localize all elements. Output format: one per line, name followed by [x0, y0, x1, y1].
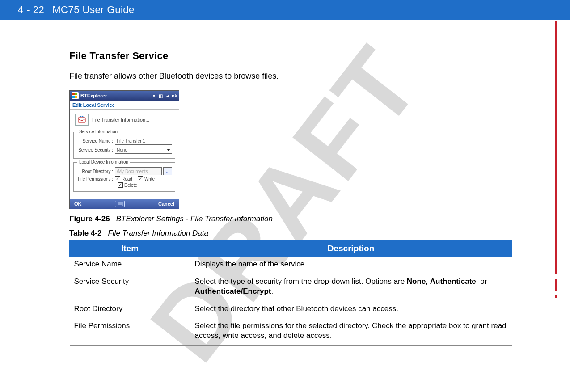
- service-security-select[interactable]: None: [115, 146, 172, 154]
- checkbox-icon: ✓: [115, 176, 120, 181]
- checkbox-label: Read: [122, 177, 132, 181]
- keyboard-icon[interactable]: [115, 201, 125, 207]
- root-directory-input[interactable]: \My Documents: [115, 167, 162, 175]
- change-bar: [555, 21, 557, 298]
- embedded-screenshot: BTExplorer ▾ ◧ ◂ ok Edit Local Service F…: [69, 90, 179, 209]
- col-header-item: Item: [70, 241, 190, 257]
- service-name-label: Service Name :: [76, 139, 115, 143]
- cancel-button[interactable]: Cancel: [158, 201, 174, 207]
- delete-checkbox[interactable]: ✓ Delete: [118, 182, 137, 188]
- table-row: File Permissions Select the file permiss…: [70, 318, 512, 346]
- titlebar-ok-button[interactable]: ok: [172, 93, 177, 98]
- window-titlebar: BTExplorer ▾ ◧ ◂ ok: [70, 91, 179, 101]
- window-subheader: Edit Local Service: [70, 101, 179, 110]
- window-title: BTExplorer: [80, 93, 149, 98]
- page: 4 - 22 MC75 User Guide DRAFT File Transf…: [0, 0, 570, 392]
- page-header: 4 - 22 MC75 User Guide: [0, 0, 570, 20]
- subheader-text: Edit Local Service: [72, 102, 115, 108]
- checkbox-icon: ✓: [118, 182, 123, 188]
- local-device-information-group: Local Device Information Root Directory …: [73, 162, 175, 192]
- read-checkbox[interactable]: ✓ Read: [115, 176, 132, 181]
- table-caption-text: File Transfer Information Data: [108, 229, 208, 237]
- group-legend: Local Device Information: [77, 160, 130, 164]
- svg-rect-0: [72, 93, 75, 95]
- service-name-input[interactable]: File Transfer 1: [115, 137, 172, 145]
- service-information-group: Service Information Service Name : File …: [73, 132, 175, 159]
- svg-rect-4: [78, 118, 85, 122]
- service-security-label: Service Security :: [76, 148, 115, 152]
- doc-title: MC75 User Guide: [52, 4, 135, 16]
- volume-icon[interactable]: ◂: [165, 93, 170, 98]
- start-icon[interactable]: [72, 92, 79, 99]
- figure-text: BTExplorer Settings - File Transfer Info…: [116, 215, 273, 223]
- dialog-bottom-bar: OK Cancel: [70, 199, 179, 209]
- table-number: Table 4-2: [69, 229, 101, 237]
- table-row: Service Security Select the type of secu…: [70, 274, 512, 301]
- info-label: File Transfer Information...: [92, 117, 149, 122]
- cell-item: Root Directory: [70, 301, 190, 318]
- root-directory-label: Root Directory :: [76, 169, 115, 174]
- checkbox-label: Delete: [124, 183, 137, 188]
- group-legend: Service Information: [77, 129, 119, 134]
- cell-item: Service Name: [70, 257, 190, 274]
- cell-item: Service Security: [70, 274, 190, 301]
- section-intro: File transfer allows other Bluetooth dev…: [69, 71, 512, 81]
- change-bar-gap: [555, 274, 557, 279]
- checkbox-label: Write: [144, 177, 155, 181]
- network-icon[interactable]: ◧: [158, 93, 163, 98]
- cell-item: File Permissions: [70, 318, 190, 346]
- file-transfer-icon: [75, 114, 89, 126]
- cell-description: Select the file permissions for the sele…: [190, 318, 512, 346]
- cell-description: Displays the name of the service.: [190, 257, 512, 274]
- section-heading: File Transfer Service: [69, 50, 512, 62]
- svg-rect-3: [75, 96, 77, 98]
- content-area: File Transfer Service File transfer allo…: [69, 50, 512, 346]
- cell-description: Select the directory that other Bluetoot…: [190, 301, 512, 318]
- page-number: 4 - 22: [18, 4, 44, 16]
- table-row: Root Directory Select the directory that…: [70, 301, 512, 318]
- signal-icon[interactable]: ▾: [151, 93, 156, 98]
- file-permissions-label: File Permissions :: [76, 177, 115, 181]
- browse-button[interactable]: …: [163, 167, 172, 175]
- svg-rect-1: [75, 93, 77, 95]
- change-bar-gap: [555, 291, 557, 295]
- ok-button[interactable]: OK: [74, 201, 82, 207]
- table-caption: Table 4-2File Transfer Information Data: [69, 229, 512, 238]
- table-header-row: Item Description: [70, 241, 512, 257]
- checkbox-icon: ✓: [138, 176, 143, 181]
- cell-description: Select the type of security from the dro…: [190, 274, 512, 301]
- data-table: Item Description Service Name Displays t…: [69, 240, 512, 346]
- svg-rect-2: [72, 96, 75, 98]
- info-row: File Transfer Information...: [72, 112, 176, 130]
- col-header-description: Description: [190, 241, 512, 257]
- dialog-body: File Transfer Information... Service Inf…: [70, 110, 179, 199]
- figure-number: Figure 4-26: [69, 215, 110, 223]
- figure-caption: Figure 4-26BTExplorer Settings - File Tr…: [69, 215, 512, 223]
- write-checkbox[interactable]: ✓ Write: [138, 176, 155, 181]
- tray-icons: ▾ ◧ ◂: [151, 93, 170, 98]
- table-row: Service Name Displays the name of the se…: [70, 257, 512, 274]
- table-body: Service Name Displays the name of the se…: [70, 257, 512, 346]
